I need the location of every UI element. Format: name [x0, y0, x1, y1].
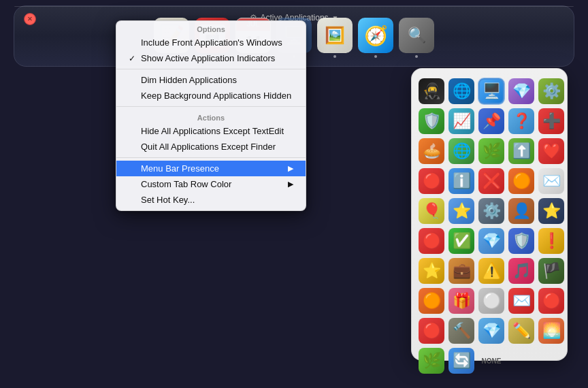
- menu-section-actions: Actions: [116, 110, 306, 123]
- grid-icon-chart[interactable]: 📈: [448, 108, 474, 134]
- menu-item-menu-bar[interactable]: Menu Bar Presence ▶: [116, 161, 306, 176]
- dock-dot: [333, 55, 336, 58]
- grid-icon-none[interactable]: NONE: [478, 348, 504, 374]
- grid-icon-pencil[interactable]: ✏️: [508, 318, 534, 344]
- menu-divider-3: [116, 157, 306, 158]
- grid-icon-diamond2[interactable]: 💎: [478, 318, 504, 344]
- grid-icon-music[interactable]: 🎵: [508, 258, 534, 284]
- checkmark-hotkey: [129, 195, 138, 205]
- grid-icon-circle[interactable]: ⚪: [478, 288, 504, 314]
- grid-icon-ninja[interactable]: 🥷: [419, 78, 444, 104]
- grid-icon-briefcase[interactable]: 💼: [448, 258, 474, 284]
- menu-item-include-windows[interactable]: Include Front Application's Windows: [116, 35, 306, 50]
- grid-icon-mail[interactable]: ✉️: [538, 168, 564, 194]
- menu-item-show-indicators[interactable]: ✓ Show Active Application Indicators: [116, 50, 306, 66]
- grid-icon-gem[interactable]: 💎: [508, 78, 534, 104]
- grid-icon-globe[interactable]: 🌐: [448, 78, 474, 104]
- checkmark-keep: [129, 91, 138, 101]
- grid-icon-exclaim[interactable]: ❗: [538, 228, 564, 254]
- menu-item-label: Dim Hidden Applications: [141, 75, 237, 85]
- menu-item-hide-all[interactable]: Hide All Applications Except TextEdit: [116, 123, 306, 139]
- menu-item-label: Menu Bar Presence: [141, 163, 219, 174]
- menu-item-label: Hide All Applications Except TextEdit: [141, 126, 284, 136]
- grid-icon-hammer[interactable]: 🔨: [448, 318, 474, 344]
- checkmark-menubar: [129, 164, 138, 174]
- grid-icon-sunset[interactable]: 🌅: [538, 318, 564, 344]
- grid-icon-globe2[interactable]: 🌐: [448, 138, 474, 164]
- checkmark-indicators: ✓: [129, 54, 138, 63]
- arrow-icon-2: ▶: [288, 180, 293, 189]
- grid-icon-orange2[interactable]: 🟠: [419, 288, 444, 314]
- menu-item-label: Set Hot Key...: [141, 195, 195, 205]
- grid-icon-shield-blue[interactable]: 🛡️: [508, 228, 534, 254]
- menu-item-label: Include Front Application's Windows: [141, 37, 282, 48]
- menu-item-label: Quit All Applications Except Finder: [141, 142, 276, 152]
- grid-icon-pie[interactable]: 🥧: [419, 138, 444, 164]
- dock-icon-photo2[interactable]: 🖼️: [317, 18, 353, 58]
- menu-item-label: Keep Background Applications Hidden: [141, 91, 291, 101]
- grid-icon-orange[interactable]: 🟠: [508, 168, 534, 194]
- menu-item-label: Custom Tab Row Color: [141, 179, 231, 189]
- grid-icon-screen[interactable]: 🖥️: [478, 78, 504, 104]
- icon-grid-panel: 🥷 🌐 🖥️ 💎 ⚙️ 🛡️ 📈 📌 ❓ ➕ 🥧 🌐 🌿 ⬆️ ❤️ 🔴 ℹ️ …: [411, 68, 568, 361]
- menu-section-options: Options: [116, 21, 306, 35]
- icon-grid: 🥷 🌐 🖥️ 💎 ⚙️ 🛡️ 📈 📌 ❓ ➕ 🥧 🌐 🌿 ⬆️ ❤️ 🔴 ℹ️ …: [419, 78, 560, 374]
- grid-icon-x[interactable]: ❌: [478, 168, 504, 194]
- grid-icon-heart[interactable]: ❤️: [538, 138, 564, 164]
- dock-dot: [415, 55, 418, 58]
- grid-icon-red2[interactable]: 🔴: [419, 228, 444, 254]
- menu-item-label: Show Active Application Indicators: [141, 53, 275, 63]
- grid-icon-star[interactable]: ⭐: [448, 198, 474, 224]
- menu-divider-2: [116, 106, 306, 107]
- grid-icon-star2[interactable]: ⭐: [538, 198, 564, 224]
- grid-icon-settings[interactable]: ⚙️: [478, 198, 504, 224]
- grid-icon-star3[interactable]: ⭐: [419, 258, 444, 284]
- dock-icon-safari[interactable]: 🧭: [358, 18, 393, 58]
- checkmark-hide: [129, 127, 138, 136]
- grid-icon-warn[interactable]: ⚠️: [478, 258, 504, 284]
- checkmark-tab: [129, 180, 138, 189]
- grid-icon-balloon[interactable]: 🎈: [419, 198, 444, 224]
- grid-icon-diamond[interactable]: 💎: [478, 228, 504, 254]
- grid-icon-plus[interactable]: ➕: [538, 108, 564, 134]
- dropdown-menu: Options Include Front Application's Wind…: [116, 20, 306, 211]
- grid-icon-info[interactable]: ℹ️: [448, 168, 474, 194]
- dock-icon-magnifier[interactable]: 🔍: [399, 18, 434, 58]
- menu-divider-1: [116, 69, 306, 69]
- grid-icon-flag[interactable]: 🏴: [538, 258, 564, 284]
- grid-icon-red4[interactable]: 🔴: [419, 318, 444, 344]
- grid-icon-question[interactable]: ❓: [508, 108, 534, 134]
- grid-icon-mail2[interactable]: ✉️: [508, 288, 534, 314]
- grid-icon-person[interactable]: 👤: [508, 198, 534, 224]
- grid-icon-red-circle[interactable]: 🔴: [419, 168, 444, 194]
- menu-item-tab-color[interactable]: Custom Tab Row Color ▶: [116, 176, 306, 192]
- grid-icon-red3[interactable]: 🔴: [538, 288, 564, 314]
- grid-icon-check[interactable]: ✅: [448, 228, 474, 254]
- checkmark-dim: [129, 76, 138, 85]
- checkmark-include: [129, 38, 138, 48]
- grid-icon-gift[interactable]: 🎁: [448, 288, 474, 314]
- grid-icon-pin[interactable]: 📌: [478, 108, 504, 134]
- checkmark-quit: [129, 142, 138, 152]
- grid-icon-leaf2[interactable]: 🌿: [419, 348, 444, 374]
- grid-icon-arrow-up[interactable]: ⬆️: [508, 138, 534, 164]
- menu-item-quit-all[interactable]: Quit All Applications Except Finder: [116, 139, 306, 155]
- grid-icon-cog[interactable]: ⚙️: [538, 78, 564, 104]
- menu-item-keep-hidden[interactable]: Keep Background Applications Hidden: [116, 88, 306, 103]
- grid-icon-leaf[interactable]: 🌿: [478, 138, 504, 164]
- grid-icon-refresh[interactable]: 🔄: [448, 348, 474, 374]
- arrow-icon: ▶: [288, 164, 293, 173]
- grid-icon-shield-green[interactable]: 🛡️: [419, 108, 444, 134]
- menu-item-dim-hidden[interactable]: Dim Hidden Applications: [116, 72, 306, 88]
- dock-dot: [374, 55, 377, 58]
- menu-item-hotkey[interactable]: Set Hot Key...: [116, 192, 306, 210]
